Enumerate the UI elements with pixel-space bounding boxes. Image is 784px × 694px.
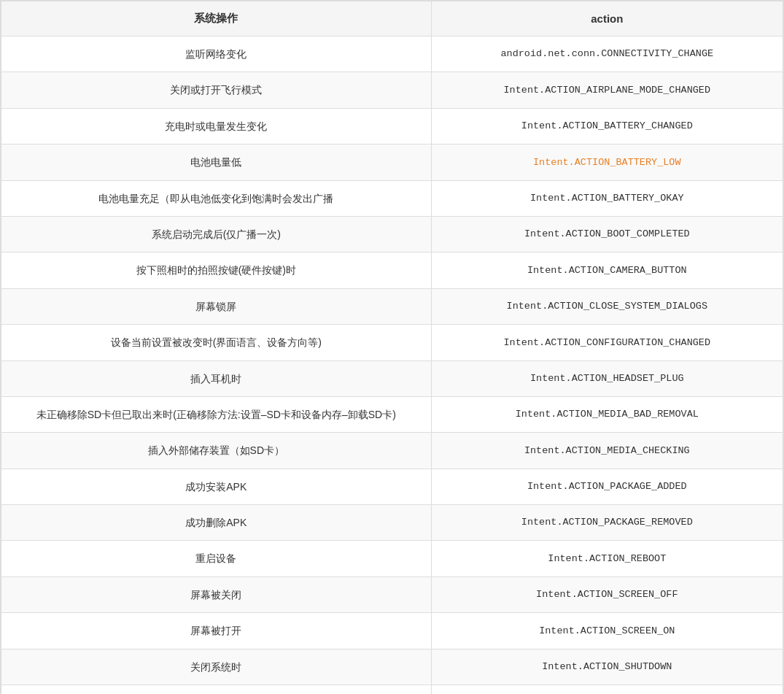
table-row: 屏幕锁屏Intent.ACTION_CLOSE_SYSTEM_DIALOGS: [1, 288, 783, 324]
operation-cell: 插入耳机时: [1, 361, 432, 396]
operation-cell: 插入外部储存装置（如SD卡）: [1, 433, 432, 469]
operation-cell: 电池电量充足（即从电池低变化到饱满时会发出广播: [1, 180, 432, 216]
table-row: 重启设备Intent.ACTION_REBOOT: [1, 685, 783, 694]
action-cell: Intent.ACTION_PACKAGE_REMOVED: [431, 505, 783, 541]
action-cell: Intent.ACTION_CAMERA_BUTTON: [431, 252, 783, 288]
table-row: 电池电量充足（即从电池低变化到饱满时会发出广播Intent.ACTION_BAT…: [1, 180, 783, 216]
system-actions-table: 系统操作 action 监听网络变化android.net.conn.CONNE…: [1, 1, 783, 694]
action-cell: Intent.ACTION_BATTERY_OKAY: [431, 180, 783, 216]
operation-cell: 关闭系统时: [1, 649, 432, 685]
table-row: 成功安装APKIntent.ACTION_PACKAGE_ADDED: [1, 469, 783, 504]
table-row: 关闭系统时Intent.ACTION_SHUTDOWN: [1, 649, 783, 685]
header-operation: 系统操作: [1, 1, 432, 36]
operation-cell: 按下照相时的拍照按键(硬件按键)时: [1, 252, 432, 288]
action-cell: Intent.ACTION_HEADSET_PLUG: [431, 361, 783, 396]
action-cell: Intent.ACTION_BOOT_COMPLETED: [431, 216, 783, 252]
operation-cell: 设备当前设置被改变时(界面语言、设备方向等): [1, 325, 432, 361]
action-cell: Intent.ACTION_SCREEN_OFF: [431, 577, 783, 612]
action-cell: Intent.ACTION_MEDIA_CHECKING: [431, 433, 783, 469]
action-cell: Intent.ACTION_BATTERY_CHANGED: [431, 108, 783, 144]
action-cell: Intent.ACTION_REBOOT: [431, 685, 783, 694]
operation-cell: 屏幕被打开: [1, 613, 432, 649]
table-row: 屏幕被关闭Intent.ACTION_SCREEN_OFF: [1, 577, 783, 612]
operation-cell: 监听网络变化: [1, 36, 432, 72]
main-table-container: 系统操作 action 监听网络变化android.net.conn.CONNE…: [0, 0, 784, 694]
action-cell: Intent.ACTION_BATTERY_LOW: [431, 144, 783, 180]
operation-cell: 充电时或电量发生变化: [1, 108, 432, 144]
action-cell: Intent.ACTION_SHUTDOWN: [431, 649, 783, 685]
operation-cell: 屏幕被关闭: [1, 577, 432, 612]
table-header-row: 系统操作 action: [1, 1, 783, 36]
operation-cell: 未正确移除SD卡但已取出来时(正确移除方法:设置–SD卡和设备内存–卸载SD卡): [1, 396, 432, 432]
table-row: 屏幕被打开Intent.ACTION_SCREEN_ON: [1, 613, 783, 649]
operation-cell: 成功安装APK: [1, 469, 432, 504]
table-row: 插入外部储存装置（如SD卡）Intent.ACTION_MEDIA_CHECKI…: [1, 433, 783, 469]
table-row: 插入耳机时Intent.ACTION_HEADSET_PLUG: [1, 361, 783, 396]
action-cell: Intent.ACTION_SCREEN_ON: [431, 613, 783, 649]
action-cell: Intent.ACTION_CONFIGURATION_CHANGED: [431, 325, 783, 361]
table-row: 未正确移除SD卡但已取出来时(正确移除方法:设置–SD卡和设备内存–卸载SD卡)…: [1, 396, 783, 432]
operation-cell: 电池电量低: [1, 144, 432, 180]
action-cell: Intent.ACTION_CLOSE_SYSTEM_DIALOGS: [431, 288, 783, 324]
table-row: 充电时或电量发生变化Intent.ACTION_BATTERY_CHANGED: [1, 108, 783, 144]
table-row: 监听网络变化android.net.conn.CONNECTIVITY_CHAN…: [1, 36, 783, 72]
operation-cell: 屏幕锁屏: [1, 288, 432, 324]
table-row: 按下照相时的拍照按键(硬件按键)时Intent.ACTION_CAMERA_BU…: [1, 252, 783, 288]
action-cell: Intent.ACTION_MEDIA_BAD_REMOVAL: [431, 396, 783, 432]
table-row: 关闭或打开飞行模式Intent.ACTION_AIRPLANE_MODE_CHA…: [1, 72, 783, 108]
table-row: 设备当前设置被改变时(界面语言、设备方向等)Intent.ACTION_CONF…: [1, 325, 783, 361]
operation-cell: 系统启动完成后(仅广播一次): [1, 216, 432, 252]
action-cell: android.net.conn.CONNECTIVITY_CHANGE: [431, 36, 783, 72]
table-row: 系统启动完成后(仅广播一次)Intent.ACTION_BOOT_COMPLET…: [1, 216, 783, 252]
table-row: 成功删除APKIntent.ACTION_PACKAGE_REMOVED: [1, 505, 783, 541]
header-action: action: [431, 1, 783, 36]
operation-cell: 关闭或打开飞行模式: [1, 72, 432, 108]
table-row: 电池电量低Intent.ACTION_BATTERY_LOW: [1, 144, 783, 180]
action-cell: Intent.ACTION_AIRPLANE_MODE_CHANGED: [431, 72, 783, 108]
action-cell: Intent.ACTION_REBOOT: [431, 541, 783, 577]
operation-cell: 成功删除APK: [1, 505, 432, 541]
operation-cell: 重启设备: [1, 685, 432, 694]
table-row: 重启设备Intent.ACTION_REBOOT: [1, 541, 783, 577]
action-cell: Intent.ACTION_PACKAGE_ADDED: [431, 469, 783, 504]
operation-cell: 重启设备: [1, 541, 432, 577]
